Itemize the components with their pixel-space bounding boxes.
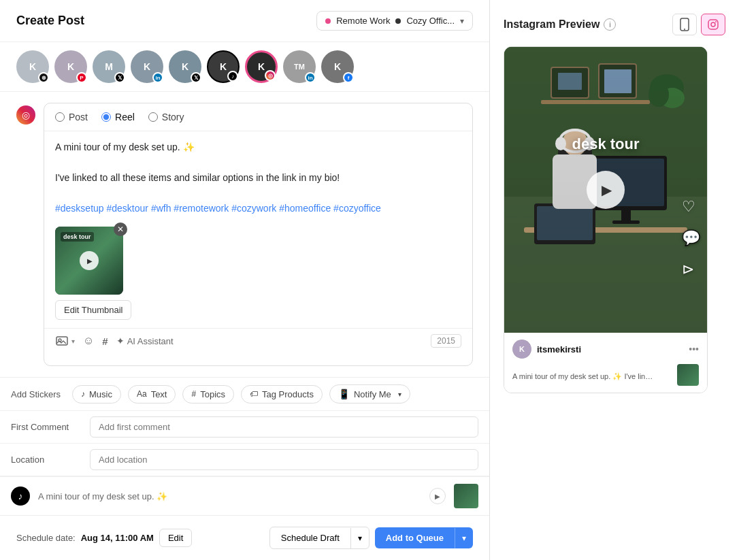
post-radio[interactable] xyxy=(55,112,65,122)
first-comment-input[interactable] xyxy=(90,416,478,438)
notify-label: Notify Me xyxy=(354,389,391,399)
workspace-dot-2 xyxy=(395,18,401,24)
tag-icon: 🏷 xyxy=(250,389,258,399)
account-avatar-6[interactable]: K ♪ xyxy=(207,50,240,83)
tiktok-thumbnail xyxy=(454,484,478,508)
hashtag-cozywork: #cozywork xyxy=(231,203,276,214)
badge-threads: ⊗ xyxy=(38,72,49,83)
hashtag-desktour: #desktour xyxy=(107,203,148,214)
post-type-post[interactable]: Post xyxy=(55,112,88,122)
preview-header: Instagram Preview i xyxy=(504,14,725,35)
topics-icon: # xyxy=(191,389,196,399)
tiktok-play-icon[interactable]: ▶ xyxy=(429,488,446,504)
insta-preview-caption: A mini tour of my desk set up. ✨ I've li… xyxy=(512,372,655,381)
schedule-draft-main-btn[interactable]: Schedule Draft xyxy=(270,527,350,548)
post-type-story[interactable]: Story xyxy=(148,112,184,122)
account-avatar-1[interactable]: K ⊗ xyxy=(16,50,49,83)
topics-sticker-btn[interactable]: # Topics xyxy=(182,385,234,403)
preview-device-btns xyxy=(672,14,725,35)
instagram-preview-card: desk tour ♡ 💬 ⊳ K itsmekirsti xyxy=(504,46,708,393)
insta-footer-bottom: A mini tour of my desk set up. ✨ I've li… xyxy=(512,364,699,386)
badge-linkedin-2: in xyxy=(305,72,316,83)
post-type-post-label: Post xyxy=(69,112,88,122)
instagram-device-btn[interactable] xyxy=(701,14,725,35)
emoji-icon[interactable]: ☺ xyxy=(83,335,94,347)
left-panel: Create Post Remote Work Cozy Offic... ▾ … xyxy=(0,0,490,560)
add-queue-chevron-btn[interactable]: ▾ xyxy=(455,528,473,548)
insta-send-icon[interactable]: ⊳ xyxy=(682,261,700,278)
badge-instagram: ◎ xyxy=(265,70,276,81)
account-avatar-2[interactable]: K P xyxy=(54,50,87,83)
preview-info-icon[interactable]: i xyxy=(604,18,616,31)
badge-pinterest: P xyxy=(76,72,87,83)
location-input[interactable] xyxy=(90,449,478,470)
account-avatar-8[interactable]: TM in xyxy=(283,50,316,83)
stickers-row: Add Stickers ♪ Music Aa Text # Topics 🏷 … xyxy=(0,378,489,411)
thumbnail-video-bg: desk tour xyxy=(55,227,123,295)
footer-bar: Schedule date: Aug 14, 11:00 AM Edit Sch… xyxy=(0,515,489,560)
notify-me-btn[interactable]: 📱 Notify Me ▾ xyxy=(329,384,410,403)
badge-linkedin-1: in xyxy=(152,72,163,83)
add-stickers-label: Add Stickers xyxy=(11,389,65,399)
hashtag-icon[interactable]: # xyxy=(102,335,108,347)
music-sticker-btn[interactable]: ♪ Music xyxy=(72,385,121,403)
schedule-draft-chevron-btn[interactable]: ▾ xyxy=(350,528,369,548)
insta-play-btn[interactable] xyxy=(587,171,625,209)
page-title: Create Post xyxy=(16,14,84,28)
hashtag-homeoffice: #homeoffice xyxy=(279,203,331,214)
schedule-info: Schedule date: Aug 14, 11:00 AM Edit xyxy=(16,529,192,547)
story-radio[interactable] xyxy=(148,112,158,122)
hashtag-remotework: #remotework xyxy=(174,203,229,214)
reel-radio[interactable] xyxy=(101,112,111,122)
tag-products-btn[interactable]: 🏷 Tag Products xyxy=(241,385,323,403)
account-avatar-9[interactable]: K f xyxy=(321,50,354,83)
insta-heart-icon[interactable]: ♡ xyxy=(682,198,700,216)
account-avatar-7[interactable]: K ◎ xyxy=(245,50,278,83)
mobile-device-btn[interactable] xyxy=(672,14,697,35)
right-panel: Instagram Preview i xyxy=(490,0,739,560)
insta-video-title: desk tour xyxy=(572,135,639,153)
workspace-selector[interactable]: Remote Work Cozy Offic... ▾ xyxy=(316,11,473,31)
insta-card-footer: K itsmekirsti ••• A mini tour of my desk… xyxy=(504,333,707,393)
ai-assistant-btn[interactable]: ✦ AI Assistant xyxy=(116,335,174,346)
thumbnail-area: desk tour ✕ Edit Thumbnail xyxy=(44,227,472,328)
preview-title: Instagram Preview xyxy=(504,18,600,31)
first-comment-label: First Comment xyxy=(11,422,79,432)
tiktok-platform-icon: ♪ xyxy=(11,487,30,506)
svg-rect-4 xyxy=(708,20,718,29)
notify-chevron-icon: ▾ xyxy=(398,391,401,398)
workspace-option-1: Remote Work xyxy=(336,16,390,26)
account-avatar-3[interactable]: M 𝕏 xyxy=(93,50,125,83)
insta-more-icon[interactable]: ••• xyxy=(689,344,699,355)
edit-schedule-btn[interactable]: Edit xyxy=(159,529,192,547)
thumbnail-image: desk tour xyxy=(55,227,123,295)
insta-comment-icon[interactable]: 💬 xyxy=(682,229,700,247)
accounts-row: K ⊗ K P M 𝕏 K in xyxy=(0,42,489,92)
text-sticker-btn[interactable]: Aa Text xyxy=(128,385,176,403)
header: Create Post Remote Work Cozy Offic... ▾ xyxy=(0,0,489,42)
post-type-tabs: Post Reel Story xyxy=(44,103,472,131)
toolbar-left: ▾ ☺ # ✦ AI Assistant xyxy=(55,334,174,348)
post-type-reel-label: Reel xyxy=(115,112,135,122)
post-type-reel[interactable]: Reel xyxy=(101,112,135,122)
thumbnail-remove-btn[interactable]: ✕ xyxy=(114,223,127,236)
workspace-chevron-icon: ▾ xyxy=(460,16,464,26)
insta-user-avatar: K xyxy=(512,340,531,359)
svg-point-6 xyxy=(715,21,717,22)
wand-icon: ✦ xyxy=(116,335,125,346)
add-image-dropdown-icon[interactable]: ▾ xyxy=(71,337,75,345)
svg-point-3 xyxy=(684,29,685,30)
thumbnail-play-icon[interactable] xyxy=(80,251,99,270)
image-upload-icon[interactable] xyxy=(55,334,69,348)
account-avatar-4[interactable]: K in xyxy=(131,50,163,83)
tiktok-row: ♪ A mini tour of my desk set up. ✨ ▶ xyxy=(0,476,489,515)
schedule-label: Schedule date: xyxy=(16,533,76,543)
post-type-story-label: Story xyxy=(162,112,184,122)
add-to-queue-btn[interactable]: Add to Queue xyxy=(375,527,455,548)
caption-area[interactable]: A mini tour of my desk set up. ✨ I've li… xyxy=(44,131,472,227)
edit-thumbnail-button[interactable]: Edit Thumbnail xyxy=(55,300,131,320)
badge-facebook: f xyxy=(343,72,354,83)
insta-username: itsmekirsti xyxy=(537,344,581,355)
account-avatar-5[interactable]: K 𝕏 xyxy=(169,50,201,83)
thumbnail-label: desk tour xyxy=(61,232,94,242)
